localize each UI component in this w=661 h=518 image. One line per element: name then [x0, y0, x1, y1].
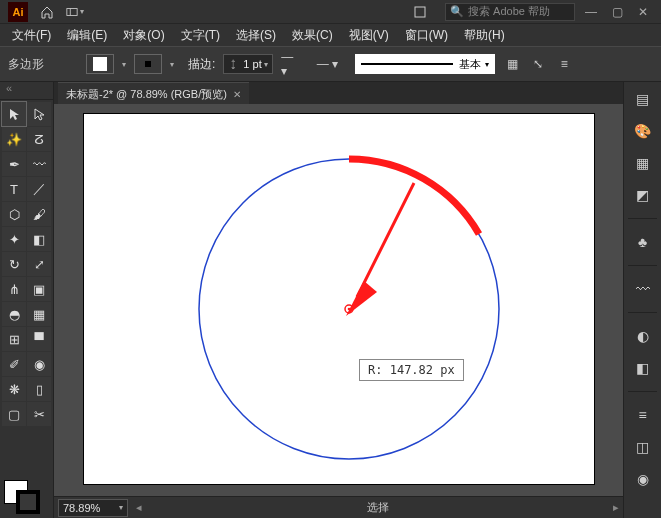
expand-icon[interactable]: [411, 3, 429, 21]
canvas[interactable]: R: 147.82 px: [54, 104, 623, 496]
swatches-panel-icon[interactable]: ▦: [632, 152, 654, 174]
maximize-button[interactable]: ▢: [607, 5, 627, 19]
menu-bar: 文件(F) 编辑(E) 对象(O) 文字(T) 选择(S) 效果(C) 视图(V…: [0, 24, 661, 46]
transparency-panel-icon[interactable]: ◐: [632, 325, 654, 347]
menu-type[interactable]: 文字(T): [175, 25, 226, 46]
gradient-panel-icon[interactable]: ◧: [632, 357, 654, 379]
mesh-tool[interactable]: ⊞: [2, 327, 26, 351]
search-icon: 🔍: [450, 5, 464, 18]
search-placeholder: 搜索 Adobe 帮助: [468, 4, 550, 19]
menu-object[interactable]: 对象(O): [117, 25, 170, 46]
status-bar: 78.89% ▾ ◂ 选择 ▸: [54, 496, 623, 518]
chevron-down-icon[interactable]: ▾: [122, 60, 126, 69]
app-logo: Ai: [8, 2, 28, 22]
search-input[interactable]: 🔍 搜索 Adobe 帮助: [445, 3, 575, 21]
home-icon[interactable]: [38, 3, 56, 21]
graph-tool[interactable]: ▯: [27, 377, 51, 401]
stroke-profile-dropdown[interactable]: — ▾: [281, 55, 299, 73]
curvature-tool[interactable]: 〰: [27, 152, 51, 176]
eraser-tool[interactable]: ◧: [27, 227, 51, 251]
chevron-down-icon[interactable]: ▾: [170, 60, 174, 69]
eyedropper-tool[interactable]: ✐: [2, 352, 26, 376]
tab-close-button[interactable]: ✕: [233, 89, 241, 100]
gradient-tool[interactable]: ▀: [27, 327, 51, 351]
options-bar: 多边形 ▾ ▾ 描边: ⭥ 1 pt ▾ — ▾ — ▾ 基本 ▾ ▦ ⤡ ≡: [0, 46, 661, 82]
blend-tool[interactable]: ◉: [27, 352, 51, 376]
direct-select-tool[interactable]: [27, 102, 51, 126]
free-transform-tool[interactable]: ▣: [27, 277, 51, 301]
stroke-weight-field[interactable]: ⭥ 1 pt ▾: [223, 54, 273, 74]
pen-tool[interactable]: ✒: [2, 152, 26, 176]
tab-title: 未标题-2* @ 78.89% (RGB/预览): [66, 87, 227, 102]
menu-effect[interactable]: 效果(C): [286, 25, 339, 46]
magic-wand-tool[interactable]: ✨: [2, 127, 26, 151]
right-dock: ▤ 🎨 ▦ ◩ ♣ 〰 ◐ ◧ ≡ ◫ ◉: [623, 82, 661, 518]
perspective-tool[interactable]: ▦: [27, 302, 51, 326]
artwork-circle: [84, 114, 594, 484]
shape-builder-tool[interactable]: ◓: [2, 302, 26, 326]
option-menu-icon[interactable]: ≡: [555, 55, 573, 73]
color-panel-icon[interactable]: 🎨: [632, 120, 654, 142]
toolbox-tab[interactable]: «: [0, 82, 53, 100]
brushes-panel-icon[interactable]: 〰: [632, 278, 654, 300]
stroke-panel-icon[interactable]: ◩: [632, 184, 654, 206]
zoom-value: 78.89%: [63, 502, 100, 514]
align-dropdown[interactable]: ▦: [503, 55, 521, 73]
stroke-color-swatch[interactable]: [16, 490, 40, 514]
svg-rect-0: [67, 8, 77, 15]
lasso-tool[interactable]: ⵒ: [27, 127, 51, 151]
symbol-spray-tool[interactable]: ❋: [2, 377, 26, 401]
type-tool[interactable]: T: [2, 177, 26, 201]
menu-view[interactable]: 视图(V): [343, 25, 395, 46]
rotate-tool[interactable]: ↻: [2, 252, 26, 276]
style-value: 基本: [459, 57, 481, 72]
appearance-panel-icon[interactable]: ◉: [632, 468, 654, 490]
artboard-tool[interactable]: ▢: [2, 402, 26, 426]
radius-label: R:: [368, 363, 382, 377]
tool-panel: « ✨ ⵒ ✒ 〰 T ／ ⬡ 🖌 ✦ ◧ ↻ ⤢ ⋔ ▣ ◓ ▦ ⊞ ▀ ✐ …: [0, 82, 54, 518]
align-panel-icon[interactable]: ≡: [632, 404, 654, 426]
menu-help[interactable]: 帮助(H): [458, 25, 511, 46]
document-tab[interactable]: 未标题-2* @ 78.89% (RGB/预览) ✕: [58, 82, 249, 104]
fill-stroke-swatches[interactable]: [0, 476, 53, 518]
polygon-tool[interactable]: ⬡: [2, 202, 26, 226]
paintbrush-tool[interactable]: 🖌: [27, 202, 51, 226]
width-tool[interactable]: ⋔: [2, 277, 26, 301]
title-bar: Ai 🔍 搜索 Adobe 帮助 — ▢ ✕: [0, 0, 661, 24]
graphic-style-dropdown[interactable]: 基本 ▾: [355, 54, 495, 74]
radius-tooltip: R: 147.82 px: [359, 359, 464, 381]
close-button[interactable]: ✕: [633, 5, 653, 19]
pathfinder-panel-icon[interactable]: ◫: [632, 436, 654, 458]
symbols-panel-icon[interactable]: ♣: [632, 231, 654, 253]
line-tool[interactable]: ／: [27, 177, 51, 201]
stroke-swatch[interactable]: [134, 54, 162, 74]
selection-tool[interactable]: [2, 102, 26, 126]
menu-edit[interactable]: 编辑(E): [61, 25, 113, 46]
transform-dropdown[interactable]: ⤡: [529, 55, 547, 73]
brush-def-dropdown[interactable]: — ▾: [307, 55, 347, 73]
fill-swatch[interactable]: [86, 54, 114, 74]
svg-rect-2: [415, 7, 425, 17]
properties-panel-icon[interactable]: ▤: [632, 88, 654, 110]
stroke-weight-value: 1 pt: [243, 58, 261, 70]
artboard: R: 147.82 px: [84, 114, 594, 484]
shaper-tool[interactable]: ✦: [2, 227, 26, 251]
menu-file[interactable]: 文件(F): [6, 25, 57, 46]
active-tool-label: 多边形: [8, 56, 78, 73]
minimize-button[interactable]: —: [581, 5, 601, 19]
radius-value: 147.82 px: [390, 363, 455, 377]
zoom-field[interactable]: 78.89% ▾: [58, 499, 128, 517]
menu-select[interactable]: 选择(S): [230, 25, 282, 46]
stroke-label: 描边:: [188, 56, 215, 73]
status-mode: 选择: [150, 500, 605, 515]
document-tab-strip: 未标题-2* @ 78.89% (RGB/预览) ✕: [54, 82, 623, 104]
slice-tool[interactable]: ✂: [27, 402, 51, 426]
scale-tool[interactable]: ⤢: [27, 252, 51, 276]
layout-dropdown[interactable]: [66, 3, 84, 21]
menu-window[interactable]: 窗口(W): [399, 25, 454, 46]
